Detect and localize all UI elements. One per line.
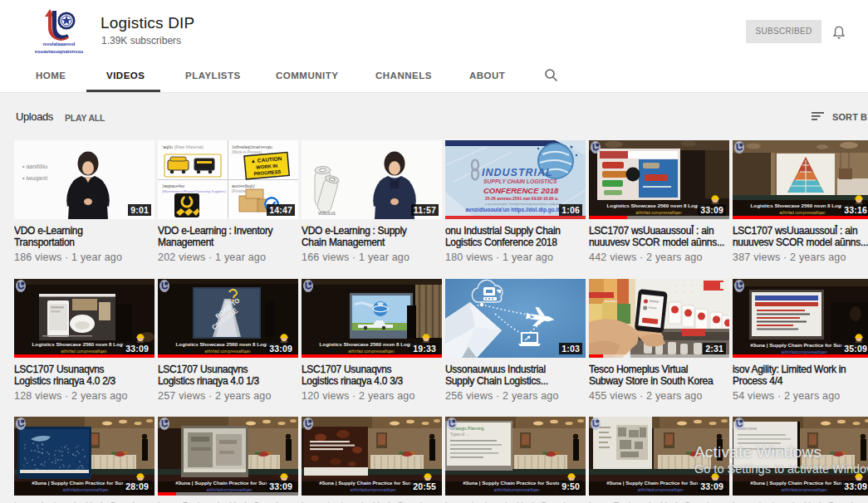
- svg-text:aiihirfad compressaifiqan: aiihirfad compressaifiqan: [348, 349, 395, 354]
- svg-text:Types of ...: Types of ...: [450, 432, 468, 437]
- svg-text:aiiihirfadcompressaifiqan: aiiihirfadcompressaifiqan: [350, 487, 395, 492]
- svg-text:(Maintenance/Repair/Operating: (Maintenance/Repair/Operating Supplies): [162, 189, 227, 193]
- svg-text:aiihirfad compressaifiqan: aiihirfad compressaifiqan: [635, 210, 682, 215]
- svg-text:nsuaviasuqnaivnssu: nsuaviasuqnaivnssu: [35, 49, 83, 54]
- svg-text:#3una | Supply Chain Practice: #3una | Supply Chain Practice for Sustai…: [463, 480, 571, 486]
- svg-text:u quusnouaqns ʖnsnqaʹnnsuaqiao: u quusnouaqns ʖnsnqaʹnnsuaqiaowaaſuau ua…: [485, 202, 562, 206]
- svg-text:25-26 avnnau 2561 nan 09.00-16: 25-26 avnnau 2561 nan 09.00-16.00 u.: [485, 196, 559, 201]
- svg-text:Logistics Showcase 2560 nsvn 8: Logistics Showcase 2560 nsvn 8 Logistics: [320, 341, 424, 347]
- svg-text:wâuua: wâuua: [317, 210, 336, 216]
- svg-text:Logistics Showcase 2560 nsvn 8: Logistics Showcase 2560 nsvn 8 Logistics: [751, 203, 855, 208]
- svg-text:SUPPLY CHAIN LOGISTICS: SUPPLY CHAIN LOGISTICS: [483, 178, 557, 184]
- svg-text:CONFERENCE 2018: CONFERENCE 2018: [483, 186, 559, 195]
- svg-text:• iwuqanìi: • iwuqanìi: [22, 175, 48, 182]
- svg-text:• aaniſűiiu: • aaniſűiiu: [22, 164, 47, 169]
- svg-text:(Work-in-Process): (Work-in-Process): [232, 150, 262, 154]
- svg-text:ʖnih•wſaqUsnaiʼs•nqiu: ʖnih•wſaqUsnaiʼs•nqiu: [232, 144, 272, 149]
- svg-text:aiiihirfadcompressaifiqan: aiiihirfadcompressaifiqan: [637, 487, 683, 492]
- svg-text:aiihirfad compressaifiqan: aiihirfad compressaifiqan: [204, 349, 251, 354]
- svg-text:auni•niſsqU: auni•niſsqU: [232, 183, 255, 188]
- svg-text:aiihirfad compressaifiqan: aiihirfad compressaifiqan: [779, 210, 826, 215]
- svg-text:INDUSTRIAL: INDUSTRIAL: [482, 167, 553, 178]
- svg-text:avnzidiuooulaʼun https.//dol.d: avnzidiuooulaʼun https.//dol.dip.go.th: [465, 207, 561, 213]
- svg-text:aiihirfad compressaifiqan: aiihirfad compressaifiqan: [61, 349, 107, 354]
- svg-text:aiiihirfadcompressaifiqan: aiiihirfadcompressaifiqan: [493, 487, 539, 492]
- svg-text:aiiihirfadcompressaifiqan: aiiihirfadcompressaifiqan: [62, 487, 108, 492]
- svg-text:Logistics Showcase 2560 nsvn 8: Logistics Showcase 2560 nsvn 8 Logistics: [176, 341, 280, 347]
- svg-text:Logistics Showcase 2560 nsvn 8: Logistics Showcase 2560 nsvn 8 Logistics: [607, 203, 711, 208]
- svg-text:ʼaqiſu (Raw Material): ʼaqiſu (Raw Material): [162, 144, 204, 149]
- svg-text:novlalaaanod: novlalaaanod: [43, 42, 76, 46]
- svg-text:Logistics Showcase 2560 nsvn 8: Logistics Showcase 2560 nsvn 8 Logistics: [32, 341, 136, 347]
- svg-text:ʖaqsau•iʲsv: ʖaqsau•iʲsv: [162, 183, 185, 188]
- svg-text:aiiihirfadcompressaifiqan: aiiihirfadcompressaifiqan: [781, 487, 826, 492]
